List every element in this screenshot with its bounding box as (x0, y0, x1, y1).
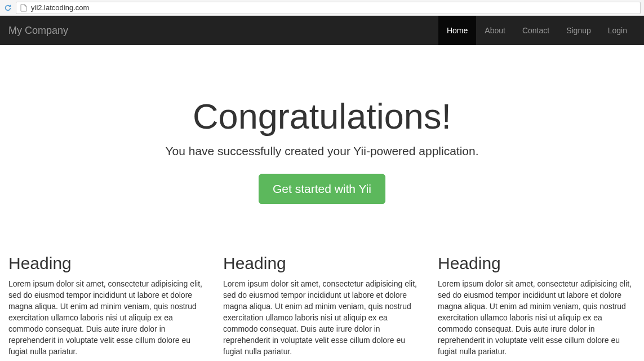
nav-item-signup[interactable]: Signup (558, 16, 599, 45)
feature-column: Heading Lorem ipsum dolor sit amet, cons… (8, 254, 206, 358)
page-lead: You have successfully created your Yii-p… (17, 144, 627, 158)
nav-item-home[interactable]: Home (438, 16, 476, 45)
column-text: Lorem ipsum dolor sit amet, consectetur … (8, 279, 206, 358)
feature-column: Heading Lorem ipsum dolor sit amet, cons… (223, 254, 421, 358)
navbar-nav: Home About Contact Signup Login (438, 16, 636, 45)
browser-chrome: yii2.latcoding.com (0, 0, 644, 16)
column-heading: Heading (438, 254, 636, 273)
jumbotron: Congratulations! You have successfully c… (0, 45, 644, 231)
navbar-brand[interactable]: My Company (8, 25, 68, 37)
nav-item-contact[interactable]: Contact (514, 16, 558, 45)
nav-item-about[interactable]: About (476, 16, 514, 45)
feature-column: Heading Lorem ipsum dolor sit amet, cons… (438, 254, 636, 358)
navbar: My Company Home About Contact Signup Log… (0, 16, 644, 45)
column-heading: Heading (8, 254, 206, 273)
address-bar[interactable]: yii2.latcoding.com (16, 2, 641, 14)
feature-row: Heading Lorem ipsum dolor sit amet, cons… (8, 254, 636, 358)
get-started-button[interactable]: Get started with Yii (259, 174, 385, 204)
url-text: yii2.latcoding.com (31, 3, 637, 12)
page-title: Congratulations! (17, 96, 627, 137)
nav-item-login[interactable]: Login (599, 16, 636, 45)
column-text: Lorem ipsum dolor sit amet, consectetur … (438, 279, 636, 358)
column-heading: Heading (223, 254, 421, 273)
column-text: Lorem ipsum dolor sit amet, consectetur … (223, 279, 421, 358)
body-content: Heading Lorem ipsum dolor sit amet, cons… (0, 254, 644, 358)
page-icon (20, 4, 28, 12)
reload-icon[interactable] (3, 3, 12, 12)
